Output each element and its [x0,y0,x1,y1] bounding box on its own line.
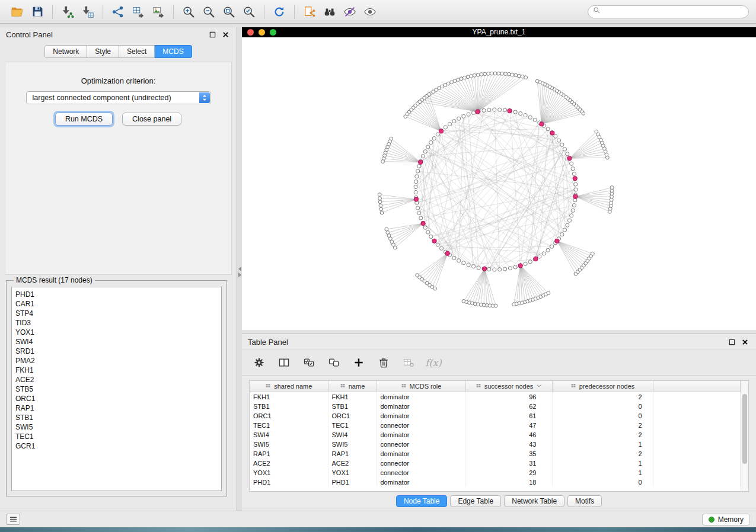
column-header[interactable]: predecessor nodes [552,381,653,392]
graph-node[interactable] [487,267,491,271]
graph-node[interactable] [429,235,433,238]
dominator-node[interactable] [573,177,577,181]
graph-node[interactable] [514,73,518,77]
table-row[interactable]: ORC1ORC1dominator610 [250,411,741,421]
graph-node[interactable] [519,112,522,116]
graph-node[interactable] [528,116,532,119]
graph-node[interactable] [513,265,517,269]
graph-node[interactable] [493,108,496,111]
graph-node[interactable] [500,72,504,75]
table-row[interactable]: SWI4SWI4dominator462 [250,430,741,440]
graph-node[interactable] [566,223,569,227]
graph-node[interactable] [521,75,524,78]
graph-node[interactable] [416,206,420,210]
clone-network-icon[interactable] [299,3,320,21]
graph-node[interactable] [591,252,595,255]
scrollbar-thumb[interactable] [742,394,747,464]
add-row-icon[interactable] [351,355,366,370]
graph-node[interactable] [595,130,598,133]
graph-node[interactable] [547,291,550,295]
table-row[interactable]: FKH1FKH1dominator962 [250,392,741,402]
zoom-selected-icon[interactable] [239,3,259,21]
graph-node[interactable] [432,137,436,140]
graph-node[interactable] [444,126,447,129]
tab-network-table[interactable]: Network Table [504,495,564,507]
graph-node[interactable] [380,211,384,214]
graph-node[interactable] [524,76,528,79]
graph-node[interactable] [462,261,465,265]
mcds-result-item[interactable]: ACE2 [15,375,218,384]
graph-node[interactable] [570,214,573,217]
graph-node[interactable] [507,72,511,76]
mcds-result-item[interactable]: TID3 [15,318,218,328]
graph-node[interactable] [433,287,437,290]
maximize-window-icon[interactable] [270,29,276,36]
deselect-all-rows-icon[interactable] [326,355,342,370]
dominator-node[interactable] [567,156,572,161]
table-row[interactable]: PHD1PHD1dominator180 [250,477,741,487]
show-details-icon[interactable] [360,3,380,21]
mcds-result-list[interactable]: PHD1CAR1STP4TID3YOX1SWI4SRD1PMA2FKH1ACE2… [11,287,222,491]
graph-node[interactable] [421,155,425,158]
panel-splitter[interactable] [237,27,242,511]
graph-node[interactable] [533,118,537,121]
delete-table-icon[interactable] [401,355,416,370]
graph-node[interactable] [524,114,527,117]
graph-node[interactable] [494,304,497,307]
graph-node[interactable] [453,79,457,83]
mcds-result-item[interactable]: STP4 [15,309,218,318]
graph-node[interactable] [571,209,575,212]
mcds-result-item[interactable]: PMA2 [15,356,218,366]
network-graph[interactable] [242,37,756,330]
graph-node[interactable] [452,120,456,123]
tab-style[interactable]: Style [87,45,119,58]
graph-node[interactable] [448,122,451,126]
dominator-node[interactable] [550,131,554,135]
graph-node[interactable] [504,72,508,76]
graph-node[interactable] [557,139,560,142]
graph-node[interactable] [572,204,576,207]
graph-node[interactable] [511,73,514,76]
close-panel-icon[interactable] [221,30,231,40]
dominator-node[interactable] [555,239,559,243]
graph-node[interactable] [566,152,569,156]
graph-node[interactable] [524,262,527,265]
tab-motifs[interactable]: Motifs [567,495,602,507]
graph-node[interactable] [419,216,423,220]
graph-node[interactable] [610,186,614,190]
graph-node[interactable] [462,114,465,118]
select-all-rows-icon[interactable] [301,355,317,370]
table-row[interactable]: YOX1YOX1connector291 [250,468,741,477]
gear-icon[interactable] [251,355,267,370]
graph-node[interactable] [378,197,382,200]
table-row[interactable]: STB1STB1dominator620 [250,402,741,411]
graph-node[interactable] [414,185,417,188]
graph-node[interactable] [567,219,571,222]
save-icon[interactable] [27,3,47,21]
graph-node[interactable] [457,78,460,82]
dominator-node[interactable] [508,108,512,113]
graph-node[interactable] [460,77,463,81]
graph-node[interactable] [546,127,550,131]
graph-node[interactable] [560,233,564,236]
style-preview-icon[interactable] [340,3,360,21]
graph-node[interactable] [560,143,564,146]
graph-node[interactable] [457,117,461,120]
splitter-handle-icon[interactable] [237,265,242,278]
table-row[interactable]: TEC1TEC1connector472 [250,421,741,430]
graph-node[interactable] [483,72,487,76]
graph-node[interactable] [490,72,493,75]
mcds-result-item[interactable]: TEC1 [15,432,218,441]
graph-node[interactable] [452,256,456,259]
dominator-node[interactable] [445,251,449,255]
zoom-fit-icon[interactable] [219,3,239,21]
tab-mcds[interactable]: MCDS [155,45,192,58]
graph-node[interactable] [470,75,473,78]
graph-node[interactable] [378,193,381,197]
zoom-in-icon[interactable] [178,3,199,21]
graph-node[interactable] [482,108,486,112]
mcds-result-item[interactable]: CAR1 [15,299,218,309]
table-vertical-scrollbar[interactable] [741,381,748,491]
dominator-node[interactable] [518,264,522,268]
delete-selected-rows-icon[interactable] [376,355,391,370]
